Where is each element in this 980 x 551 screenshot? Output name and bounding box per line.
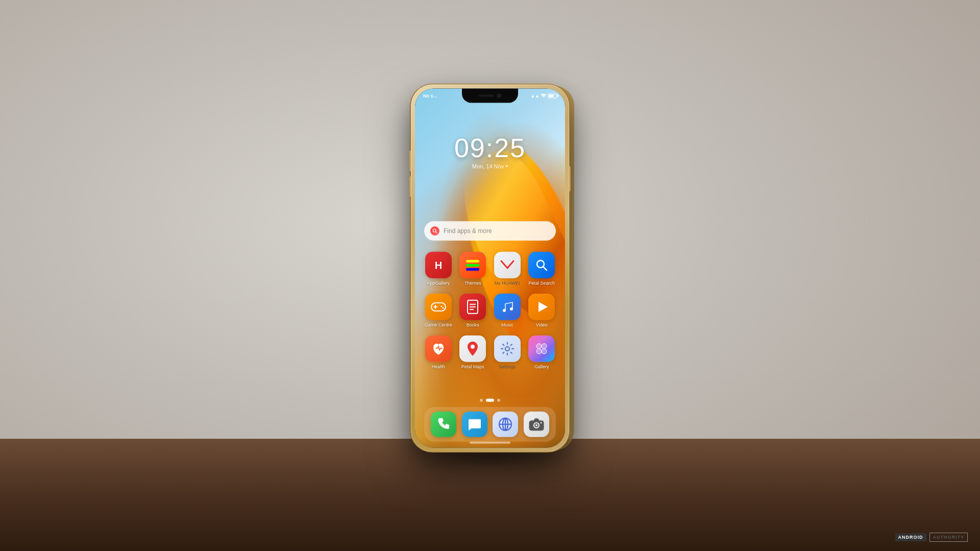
search-placeholder: Find apps & more <box>444 228 492 235</box>
app-petal-maps[interactable]: Petal Maps <box>458 336 487 369</box>
svg-line-4 <box>544 267 547 270</box>
svg-point-12 <box>503 309 506 312</box>
camera-icon <box>524 412 549 437</box>
my-huawei-icon <box>494 252 521 279</box>
app-video[interactable]: Video <box>527 294 556 328</box>
svg-point-18 <box>542 344 547 349</box>
app-music[interactable]: Music <box>493 294 522 328</box>
app-label-themes: Themes <box>458 281 487 286</box>
music-icon <box>494 294 521 320</box>
speaker <box>479 95 494 97</box>
gallery-icon <box>528 336 555 362</box>
battery-icon <box>548 93 557 98</box>
signal-icon: ▲▲ <box>530 93 540 98</box>
phone-icon <box>431 412 456 437</box>
watermark: Android Authority <box>895 533 968 542</box>
app-label-petal-search: Petal Search <box>527 281 556 286</box>
petal-maps-icon <box>459 336 486 362</box>
app-label-settings: Settings <box>493 364 522 369</box>
svg-line-1 <box>436 232 437 233</box>
search-icon <box>430 227 439 236</box>
browser-icon <box>493 412 518 437</box>
svg-marker-14 <box>538 302 548 312</box>
app-settings[interactable]: Settings <box>493 336 522 369</box>
status-right: ▲▲ <box>530 93 557 98</box>
svg-point-6 <box>440 306 442 307</box>
app-row-2: Game Centre Books <box>421 294 559 328</box>
petal-search-icon <box>528 252 555 279</box>
svg-point-7 <box>442 307 444 309</box>
dock-app-messages[interactable] <box>462 412 487 437</box>
svg-point-13 <box>510 308 513 311</box>
app-label-gallery: Gallery <box>527 364 556 369</box>
battery-fill <box>549 94 554 97</box>
app-label-health: Health <box>424 364 453 369</box>
volume-up-button[interactable] <box>409 151 411 171</box>
svg-point-27 <box>535 424 537 427</box>
power-button[interactable] <box>569 166 571 192</box>
game-centre-icon <box>425 294 452 320</box>
app-label-game-centre: Game Centre <box>424 322 453 328</box>
app-label-video: Video <box>527 322 556 328</box>
clock-display: 09:25 Mon, 14 Nov <box>415 135 565 169</box>
app-label-huawei: AppGallery <box>424 281 453 286</box>
wifi-icon <box>541 93 546 98</box>
search-bar[interactable]: Find apps & more <box>424 221 556 241</box>
svg-point-16 <box>505 347 509 351</box>
front-camera <box>497 94 501 98</box>
indicator-3 <box>497 399 500 402</box>
app-label-petal-maps: Petal Maps <box>458 364 487 369</box>
app-label-music: Music <box>493 322 522 328</box>
app-huawei-appgallery[interactable]: H AppGallery <box>424 252 453 286</box>
page-indicators <box>415 399 565 402</box>
svg-point-28 <box>540 422 542 423</box>
svg-text:H: H <box>435 260 442 271</box>
clock-dot <box>506 165 508 167</box>
svg-point-17 <box>536 344 542 349</box>
svg-point-20 <box>542 349 547 354</box>
volume-down-button[interactable] <box>409 177 411 197</box>
messages-icon <box>462 412 487 437</box>
themes-icon <box>459 252 486 279</box>
watermark-authority: Authority <box>929 533 968 542</box>
app-row-1: H AppGallery <box>421 252 559 286</box>
huawei-appgallery-icon: H <box>425 252 452 279</box>
dock-app-phone[interactable] <box>431 412 456 437</box>
phone-screen: No s... ▲▲ 09:25 <box>415 89 565 448</box>
indicator-2-active <box>486 399 494 402</box>
clock-date: Mon, 14 Nov <box>415 163 565 169</box>
health-icon <box>425 336 452 362</box>
app-game-centre[interactable]: Game Centre <box>424 294 453 328</box>
app-label-books: Books <box>458 322 487 328</box>
app-gallery[interactable]: Gallery <box>527 336 556 369</box>
svg-point-0 <box>433 229 436 232</box>
app-health[interactable]: Health <box>424 336 453 369</box>
phone-device: No s... ▲▲ 09:25 <box>411 85 569 452</box>
carrier-text: No s... <box>423 93 437 98</box>
app-row-3: Health Petal Maps <box>421 336 559 369</box>
dock-app-camera[interactable] <box>524 412 549 437</box>
app-themes[interactable]: Themes <box>458 252 487 286</box>
svg-point-19 <box>536 349 542 354</box>
dock-app-browser[interactable] <box>493 412 518 437</box>
app-dock <box>424 407 556 442</box>
phone-frame: No s... ▲▲ 09:25 <box>411 85 569 452</box>
app-grid: H AppGallery <box>415 252 565 378</box>
video-icon <box>528 294 555 320</box>
svg-point-15 <box>471 345 475 349</box>
app-petal-search[interactable]: Petal Search <box>527 252 556 286</box>
app-my-huawei[interactable]: My HUAWEI <box>493 252 522 286</box>
books-icon <box>459 294 486 320</box>
indicator-1 <box>480 399 483 402</box>
home-indicator <box>470 442 510 444</box>
settings-icon <box>494 336 521 362</box>
notch <box>462 89 518 103</box>
watermark-android: Android <box>895 533 926 541</box>
app-label-my-huawei: My HUAWEI <box>493 281 522 286</box>
clock-time: 09:25 <box>415 135 565 161</box>
app-books[interactable]: Books <box>458 294 487 328</box>
status-left: No s... <box>423 93 437 98</box>
